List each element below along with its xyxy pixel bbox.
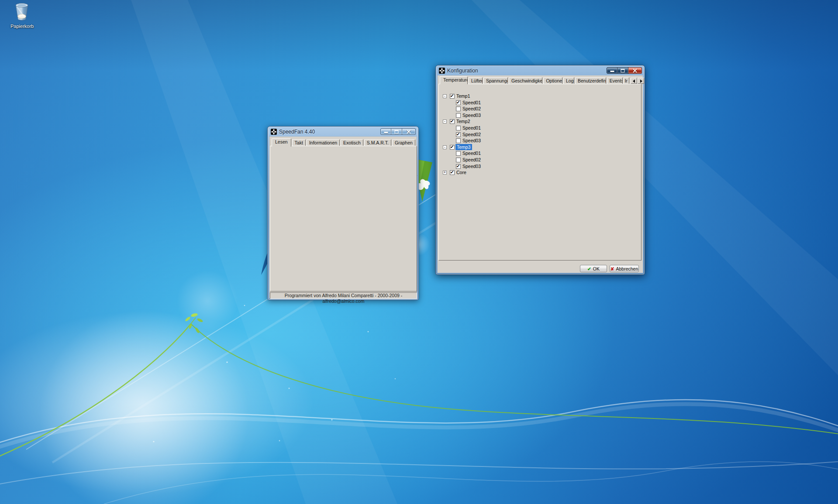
speedfan-statusbar: Programmiert von Alfredo Milani Comparet… <box>270 292 417 299</box>
cancel-button-label: Abbrechen <box>616 266 638 271</box>
tab-informationen[interactable]: Informationen <box>307 139 340 146</box>
minimize-button[interactable] <box>380 128 391 135</box>
tab-spannungen[interactable]: Spannungen <box>483 77 508 84</box>
expand-icon[interactable]: + <box>443 171 447 175</box>
ok-button[interactable]: ✔OK <box>580 265 607 272</box>
konfiguration-window: Konfiguration Temperaturen Lüfter Spannu… <box>435 65 645 275</box>
close-button[interactable] <box>402 128 416 135</box>
konfiguration-tabstrip: Temperaturen Lüfter Spannungen Geschwind… <box>440 76 630 84</box>
row-name: Temp1 <box>456 93 470 99</box>
tab-log[interactable]: Log <box>563 77 574 84</box>
tab-scroll-right-icon[interactable] <box>638 78 644 84</box>
row-name: Speed02 <box>462 131 481 138</box>
tab-benutzerdefiniert[interactable]: Benutzerdefiniert <box>575 77 606 84</box>
tab-graphen[interactable]: Graphen <box>392 139 415 146</box>
row-name: Temp2 <box>456 118 470 125</box>
row-name: Speed02 <box>462 106 481 112</box>
row-name: Speed03 <box>462 137 481 144</box>
row-checkbox[interactable] <box>456 164 461 169</box>
collapse-icon[interactable]: - <box>443 94 447 98</box>
konfiguration-client-area: Temperaturen Lüfter Spannungen Geschwind… <box>438 75 643 273</box>
minimize-button[interactable] <box>607 67 617 74</box>
row-checkbox[interactable] <box>456 138 461 143</box>
tab-internet-truncated[interactable]: Ir <box>624 77 629 84</box>
speedfan-logo-icon <box>439 68 445 74</box>
lesen-tab-page <box>270 146 417 291</box>
speedfan-client-area: Lesen Takt Informationen Exotisch S.M.A.… <box>269 137 417 298</box>
row-name: Core <box>456 169 466 176</box>
wallpaper-art <box>0 0 838 504</box>
row-checkbox[interactable] <box>456 132 461 137</box>
maximize-button[interactable] <box>391 128 402 135</box>
row-checkbox[interactable] <box>450 170 455 175</box>
row-checkbox[interactable] <box>450 145 455 150</box>
minimize-icon <box>384 132 388 133</box>
tab-smart[interactable]: S.M.A.R.T. <box>364 139 391 146</box>
tab-lesen[interactable]: Lesen <box>272 138 291 147</box>
close-button[interactable] <box>628 67 642 74</box>
row-checkbox[interactable] <box>456 100 461 105</box>
row-checkbox[interactable] <box>456 106 461 111</box>
row-checkbox[interactable] <box>456 158 461 162</box>
tab-events[interactable]: Events <box>607 77 623 84</box>
row-name: Speed01 <box>462 125 481 131</box>
row-name: Speed03 <box>462 112 481 119</box>
speedfan-titlebar[interactable]: SpeedFan 4.40 <box>268 127 418 137</box>
minimize-icon <box>610 71 614 72</box>
speedfan-window-title: SpeedFan 4.40 <box>279 129 315 135</box>
konfiguration-window-title: Konfiguration <box>447 68 478 74</box>
collapse-icon[interactable]: - <box>443 120 447 123</box>
row-checkbox[interactable] <box>450 119 455 124</box>
row-name: Speed01 <box>462 99 481 106</box>
konfiguration-titlebar[interactable]: Konfiguration <box>436 65 645 75</box>
row-name: Speed03 <box>462 163 481 170</box>
recycle-bin-label: Papierkorb <box>10 24 33 29</box>
recycle-bin-icon <box>14 3 29 21</box>
abbrechen-button[interactable]: ✘Abbrechen <box>610 265 639 272</box>
speedfan-tabstrip: Lesen Takt Informationen Exotisch S.M.A.… <box>272 138 416 146</box>
tab-temperaturen[interactable]: Temperaturen <box>440 76 468 84</box>
maximize-icon <box>621 69 625 72</box>
red-cross-icon: ✘ <box>610 266 614 271</box>
tab-scroll-left-icon[interactable] <box>631 78 637 84</box>
speedfan-logo-icon <box>271 129 277 135</box>
tab-geschwindigkeiten[interactable]: Geschwindigkeiten <box>509 77 542 84</box>
tab-takt[interactable]: Takt <box>292 139 306 146</box>
row-checkbox[interactable] <box>450 94 455 99</box>
collapse-icon[interactable]: - <box>443 145 447 149</box>
row-name: Speed02 <box>462 157 481 163</box>
speedfan-window: SpeedFan 4.40 Lesen Takt Informationen E… <box>267 126 419 300</box>
ok-button-label: OK <box>593 266 600 271</box>
maximize-icon <box>395 130 399 134</box>
row-name-selected: Temp3 <box>455 144 472 151</box>
tab-exotisch[interactable]: Exotisch <box>341 139 363 146</box>
row-checkbox[interactable] <box>456 151 461 156</box>
row-checkbox[interactable] <box>456 126 461 130</box>
tab-luefter[interactable]: Lüfter <box>469 77 483 84</box>
desktop-icon-recycle-bin[interactable]: Papierkorb <box>10 3 33 29</box>
tab-optionen[interactable]: Optionen <box>543 77 562 84</box>
desktop-wallpaper: Papierkorb SpeedFan 4.40 <box>0 0 838 504</box>
green-check-icon: ✔ <box>587 266 591 271</box>
row-name: Speed01 <box>462 150 481 157</box>
row-checkbox[interactable] <box>456 113 461 118</box>
maximize-button[interactable] <box>617 67 628 74</box>
